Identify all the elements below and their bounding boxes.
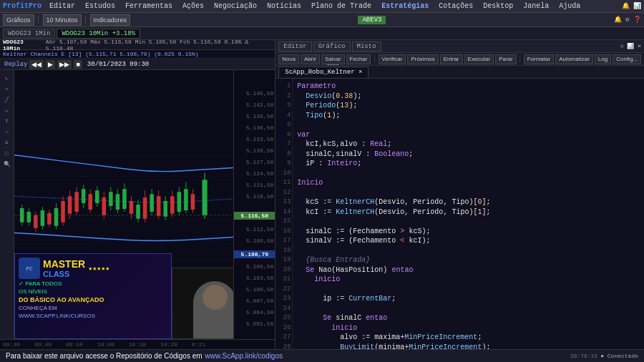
code-line-4: Tipo(1); [297, 111, 640, 121]
tool-cursor[interactable]: ↖ [1, 73, 13, 83]
btn-config[interactable]: Config... [613, 54, 641, 64]
menu-acoes[interactable]: Ações [180, 2, 206, 10]
price-axis: 5.145,50 5.142,50 5.139,50 5.136,50 5.13… [233, 70, 275, 339]
banner-class: CLASS [43, 270, 85, 278]
banner-subtitle: ✓ PARA TODOS [19, 280, 167, 287]
main-toolbar: Gráficos | 10 Minutos | Indicadores ABEV… [0, 13, 644, 27]
code-line-6: var [297, 130, 640, 140]
tool-crosshair[interactable]: + [1, 84, 13, 94]
tool-brush[interactable]: ✏ [1, 105, 13, 115]
btn-abrir[interactable]: Abrir [301, 54, 320, 64]
price-12: 5.112,50 [246, 226, 273, 233]
code-line-17: sinalV := (Fechamento < kcI); [297, 236, 640, 246]
btn-verificar[interactable]: Verificar [379, 54, 406, 64]
btn-entrar[interactable]: Entrar [440, 54, 463, 64]
code-line-7: kcI,kcS,alvo : Real; [297, 140, 640, 150]
btn-timeframe[interactable]: 10 Minutos [43, 14, 82, 26]
banner-title: MASTER [43, 258, 85, 270]
advertisement-banner: PC MASTER CLASS ★★★★★ ✓ PARA TODOS OS NÍ… [14, 253, 172, 339]
tool-zoom[interactable]: 🔍 [1, 159, 13, 169]
person-head [203, 285, 228, 310]
btn-formatar[interactable]: Formatar [524, 54, 554, 64]
code-line-26: inicio [297, 323, 640, 333]
code-line-8: sinalC,sinalV : Booleano; [297, 150, 640, 160]
btn-automatizar[interactable]: Automatizar [555, 54, 593, 64]
tool-line[interactable]: ╱ [1, 94, 13, 104]
code-line-1: Parametro [297, 82, 640, 92]
replay-stop[interactable]: ■ [74, 60, 82, 69]
code-line-23: ip := CurrentBar; [297, 294, 640, 304]
price-9: 5.121,50 [246, 182, 273, 188]
toolbar-icons: 🔔 ⚙ ❓ [614, 16, 641, 24]
btn-nova[interactable]: Nova [278, 54, 299, 64]
menu-estudos[interactable]: Estudos [83, 2, 117, 10]
price-6: 5.130,50 [246, 147, 273, 154]
code-line-19: {Busca Entrada} [297, 255, 640, 265]
tab-chart1[interactable]: WDOG23 1Min [3, 29, 55, 39]
code-line-25: Se sinalC entao [297, 313, 640, 323]
price-highlight-blue: 5.108,79 [234, 250, 275, 258]
price-10: 5.118,50 [246, 193, 273, 200]
tab-editor[interactable]: Editor [278, 41, 311, 52]
tool-fib[interactable]: ≡ [1, 137, 13, 147]
btn-proximos[interactable]: Próximos [407, 54, 438, 64]
menu-plano[interactable]: Plano de Trade [309, 2, 374, 10]
tab-misto[interactable]: Misto [352, 41, 381, 52]
replay-play[interactable]: ▶ [46, 60, 55, 69]
btn-salvar[interactable]: Salvar caso [321, 54, 345, 64]
editor-tab-row: Editor Gráfico Misto ⚙ 📊 ✖ [275, 40, 644, 53]
menu-estrategias[interactable]: Estratégias [379, 2, 431, 10]
indicator-info: Keltner Channels E [13] (5.115,71 5.108,… [0, 50, 275, 59]
status-link[interactable]: www.ScApp.link/codigos [205, 352, 283, 360]
menu-bar: ProfitPro Editar Estudos Ferramentas Açõ… [0, 0, 644, 13]
menu-editar[interactable]: Editar [47, 2, 77, 10]
menu-ajuda[interactable]: Ajuda [557, 2, 582, 10]
chart-body: ↖ + ╱ ✏ T ↔ ≡ □ 🔍 [0, 70, 275, 339]
symbol-badge: ABEV3 [358, 16, 386, 24]
logo-icon: PC [19, 258, 40, 279]
status-message: Para baixar este arquivo acesse o Reposi… [6, 352, 203, 360]
price-17: 5.100,50 [246, 286, 273, 293]
replay-date: 30/01/2023 09:30 [87, 61, 149, 68]
price-highlight-green: 5.116,50 [234, 212, 275, 220]
btn-executar[interactable]: Executar [464, 54, 494, 64]
code-area[interactable]: 1234567891011121314151617181920212223242… [275, 79, 644, 349]
btn-indicadores[interactable]: Indicadores [90, 14, 131, 26]
menu-desktop[interactable]: Desktop [481, 2, 515, 10]
menu-negociacao[interactable]: Negociação [212, 2, 259, 10]
line-numbers: 1234567891011121314151617181920212223242… [275, 79, 293, 349]
btn-fechar[interactable]: Fechar [346, 54, 371, 64]
price-18: 5.097,50 [246, 298, 273, 304]
code-editor[interactable]: Parametro Desvio(0.38); Periodo(13); Tip… [293, 79, 644, 349]
banner-range: DO BÁSICO AO AVANÇADO [19, 296, 167, 303]
replay-prev[interactable]: ◀◀ [29, 60, 44, 69]
editor-toolbar: Nova Abrir Salvar caso Fechar | Verifica… [275, 53, 644, 66]
tool-shape[interactable]: □ [1, 148, 13, 158]
price-5: 5.133,50 [246, 136, 273, 142]
btn-log[interactable]: Log [595, 54, 611, 64]
code-line-9: iP : Inteiro; [297, 159, 640, 169]
code-line-18 [297, 246, 640, 256]
code-line-10 [297, 169, 640, 179]
menu-noticias[interactable]: Notícias [265, 2, 303, 10]
editor-panel: Editor Gráfico Misto ⚙ 📊 ✖ Nova Abrir Sa… [275, 40, 644, 349]
tool-text[interactable]: T [1, 116, 13, 126]
chart-canvas[interactable]: PC MASTER CLASS ★★★★★ ✓ PARA TODOS OS NÍ… [14, 70, 233, 339]
replay-next[interactable]: ▶▶ [57, 60, 72, 69]
file-tab-bar: ScApp_Robo_Keltner × [275, 66, 644, 79]
code-line-16: sinalC := (Fechamento > kcS); [297, 227, 640, 237]
connection-status: ● Conectado [600, 353, 638, 359]
chart-panel: WDOG23 10Min Abr 5.107,50 Máx 5.116,50 M… [0, 40, 275, 349]
menu-ferramentas[interactable]: Ferramentas [123, 2, 175, 10]
tab-grafico[interactable]: Gráfico [313, 41, 351, 52]
tool-measure[interactable]: ↔ [1, 127, 13, 137]
banner-stars: ★★★★★ [88, 264, 109, 273]
menu-cotacoes[interactable]: Cotações [436, 2, 475, 10]
btn-parar[interactable]: Parar [495, 54, 517, 64]
menu-janela[interactable]: Janela [521, 2, 551, 10]
btn-graficos[interactable]: Gráficos [3, 14, 34, 26]
replay-label: Replay [4, 61, 27, 68]
status-bar: Para baixar este arquivo acesse o Reposi… [0, 349, 644, 362]
tab-chart2[interactable]: WDOG23 10Min +3.18% [57, 29, 140, 39]
file-tab-active[interactable]: ScApp_Robo_Keltner × [278, 67, 369, 77]
